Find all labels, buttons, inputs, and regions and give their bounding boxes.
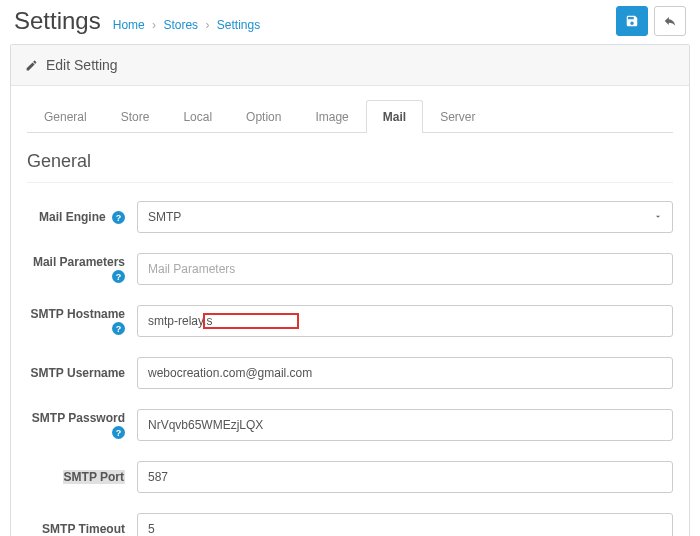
row-smtp-password: SMTP Password ? xyxy=(27,409,673,441)
tab-store[interactable]: Store xyxy=(104,100,167,133)
smtp-password-input[interactable] xyxy=(137,409,673,441)
help-icon[interactable]: ? xyxy=(112,322,125,335)
row-smtp-timeout: SMTP Timeout xyxy=(27,513,673,536)
row-smtp-port: SMTP Port xyxy=(27,461,673,493)
save-icon xyxy=(625,14,639,28)
page-title: Settings xyxy=(14,7,101,35)
save-button[interactable] xyxy=(616,6,648,36)
back-button[interactable] xyxy=(654,6,686,36)
section-title: General xyxy=(27,151,673,183)
tab-mail[interactable]: Mail xyxy=(366,100,423,133)
breadcrumb-home[interactable]: Home xyxy=(113,18,145,32)
breadcrumb-sep: › xyxy=(205,18,209,32)
panel-title: Edit Setting xyxy=(46,57,118,73)
label-smtp-port: SMTP Port xyxy=(27,470,137,484)
breadcrumb-stores[interactable]: Stores xyxy=(163,18,198,32)
help-icon[interactable]: ? xyxy=(112,426,125,439)
label-smtp-password: SMTP Password ? xyxy=(27,411,137,440)
breadcrumb-settings[interactable]: Settings xyxy=(217,18,260,32)
reply-icon xyxy=(663,14,677,28)
tab-general[interactable]: General xyxy=(27,100,104,133)
label-smtp-username: SMTP Username xyxy=(27,366,137,380)
row-mail-engine: Mail Engine ? SMTP xyxy=(27,201,673,233)
smtp-username-input[interactable] xyxy=(137,357,673,389)
smtp-timeout-input[interactable] xyxy=(137,513,673,536)
label-smtp-timeout: SMTP Timeout xyxy=(27,522,137,536)
tabs: General Store Local Option Image Mail Se… xyxy=(27,100,673,133)
row-smtp-username: SMTP Username xyxy=(27,357,673,389)
help-icon[interactable]: ? xyxy=(112,270,125,283)
mail-parameters-input[interactable] xyxy=(137,253,673,285)
mail-engine-select[interactable]: SMTP xyxy=(137,201,673,233)
label-mail-engine: Mail Engine ? xyxy=(27,210,137,225)
tab-option[interactable]: Option xyxy=(229,100,298,133)
row-mail-params: Mail Parameters ? xyxy=(27,253,673,285)
settings-panel: Edit Setting General Store Local Option … xyxy=(10,44,690,536)
label-mail-params: Mail Parameters ? xyxy=(27,255,137,284)
smtp-port-input[interactable] xyxy=(137,461,673,493)
pencil-icon xyxy=(25,59,38,72)
breadcrumb-sep: › xyxy=(152,18,156,32)
panel-header: Edit Setting xyxy=(11,45,689,86)
tab-local[interactable]: Local xyxy=(166,100,229,133)
label-smtp-hostname: SMTP Hostname ? xyxy=(27,307,137,336)
smtp-hostname-input[interactable] xyxy=(137,305,673,337)
tab-image[interactable]: Image xyxy=(298,100,365,133)
help-icon[interactable]: ? xyxy=(112,211,125,224)
row-smtp-hostname: SMTP Hostname ? xyxy=(27,305,673,337)
tab-server[interactable]: Server xyxy=(423,100,492,133)
top-bar: Settings Home › Stores › Settings xyxy=(0,0,700,44)
breadcrumb: Home › Stores › Settings xyxy=(113,18,260,32)
